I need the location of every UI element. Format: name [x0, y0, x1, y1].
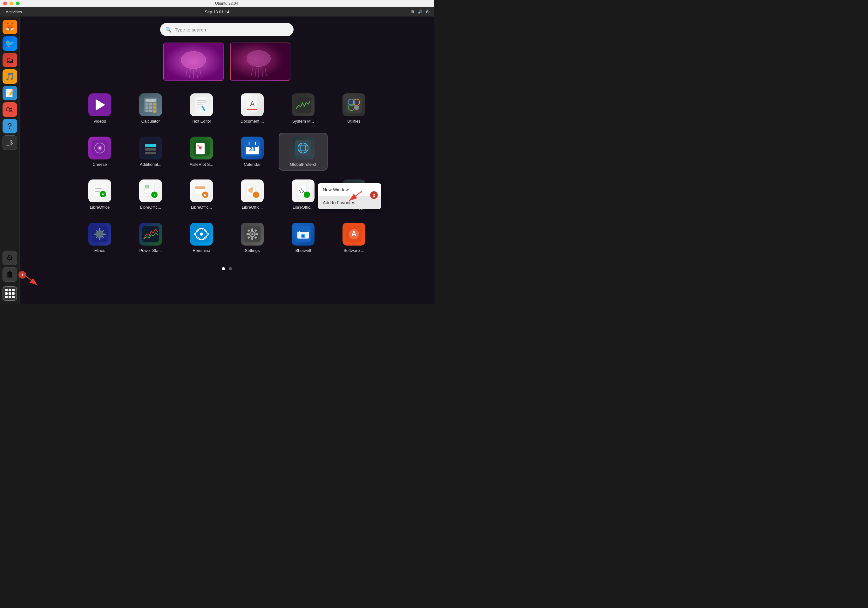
svg-rect-113 — [143, 226, 159, 242]
app-icon-calendar: 28 — [241, 136, 264, 159]
libreoffice-calc-icon-svg: # — [143, 183, 159, 199]
close-button[interactable] — [3, 2, 7, 5]
dock-item-firefox[interactable]: 🦊 — [3, 20, 17, 34]
app-item-shotwell[interactable]: Shotwell — [279, 220, 327, 256]
settings-icon-svg — [244, 226, 260, 242]
shotwell-icon-svg — [295, 226, 312, 242]
dock-item-rhythmbox[interactable]: 🎵 — [3, 69, 17, 84]
app-item-powerstats[interactable]: Power Sta... — [127, 220, 174, 256]
powerstats-icon-svg — [143, 226, 159, 242]
app-icon-texteditor — [190, 93, 213, 116]
dock-item-trash[interactable]: 🗑 — [3, 267, 17, 282]
svg-rect-18 — [149, 103, 152, 105]
app-item-videos[interactable]: Videos — [76, 90, 124, 127]
app-label-globalprotect: GlobalProte-ct — [290, 162, 316, 167]
dock-item-help[interactable]: ? — [3, 119, 17, 133]
app-item-aisleriots[interactable]: ♥ A AisleRiot S... — [178, 133, 225, 170]
svg-text:√x: √x — [299, 188, 305, 194]
jellyfish-svg-1 — [164, 43, 223, 81]
search-bar[interactable]: 🔍 — [160, 23, 294, 36]
app-item-settings[interactable]: Settings — [228, 220, 276, 256]
svg-point-117 — [200, 232, 203, 236]
app-item-libreoffice-writer2[interactable]: LibreOffic... — [228, 176, 276, 213]
dock-item-appstore[interactable]: 🛍 — [3, 102, 17, 117]
search-input[interactable] — [175, 27, 288, 32]
app-label-sysmon: System M... — [292, 119, 314, 124]
app-item-remmina[interactable]: Remmina — [178, 220, 225, 256]
context-menu-new-window[interactable]: New Window — [318, 183, 381, 196]
dot — [12, 296, 15, 298]
app-item-cheese[interactable]: Cheese — [76, 133, 124, 170]
app-item-libreoffice-calc[interactable]: # LibreOffic... — [127, 176, 174, 213]
libreoffice-impress-icon-svg: ▶ — [193, 183, 210, 199]
app-icon-powerstats — [139, 223, 162, 246]
search-icon: 🔍 — [165, 27, 172, 33]
svg-point-8 — [247, 51, 270, 67]
app-item-sysmon[interactable]: System M... — [279, 90, 327, 127]
svg-rect-17 — [146, 103, 148, 105]
svg-rect-124 — [256, 233, 258, 235]
app-icon-utilities — [343, 93, 365, 116]
dock-item-thunderbird[interactable]: 🐦 — [3, 36, 17, 51]
svg-rect-122 — [251, 237, 253, 240]
svg-point-96 — [304, 192, 310, 198]
app-icon-additional — [139, 136, 162, 159]
page-dot-2[interactable] — [229, 267, 232, 270]
svg-rect-20 — [146, 107, 148, 109]
app-icon-libreoffice-math: √x — [291, 179, 315, 202]
app-item-libreoffice-impress[interactable]: ▶ LibreOffic... — [178, 176, 225, 213]
maximize-button[interactable] — [16, 2, 20, 5]
main-content: 🦊 🐦 🗂 🎵 📝 🛍 ? _$ ⚙ 🗑 — [0, 17, 434, 304]
dock-item-writer[interactable]: 📝 — [3, 86, 17, 101]
app-item-additional[interactable]: Additional... — [127, 133, 174, 170]
dot — [12, 289, 15, 291]
svg-text:A: A — [197, 144, 199, 147]
svg-text:÷: ÷ — [150, 99, 152, 102]
svg-point-92 — [253, 192, 259, 198]
svg-rect-23 — [146, 110, 148, 112]
page-dot-1[interactable] — [222, 267, 225, 270]
app-item-globalprotect[interactable]: GlobalProte-ct — [279, 133, 327, 170]
dock-item-terminal[interactable]: _$ — [3, 135, 17, 150]
software-icon-svg: A — [346, 226, 362, 242]
svg-point-41 — [354, 105, 359, 110]
mines-icon-svg — [91, 226, 108, 242]
app-item-texteditor[interactable]: Text Editor — [178, 90, 225, 127]
app-item-libreoffice[interactable]: ★ LibreOffice — [76, 176, 124, 213]
app-item-calculator[interactable]: ÷ Calculator — [127, 90, 174, 127]
app-icon-libreoffice-impress: ▶ — [190, 179, 213, 202]
dot — [5, 292, 8, 295]
app-item-utilities[interactable]: Utilities — [330, 90, 378, 127]
app-item-document[interactable]: A Document ... — [228, 90, 276, 127]
app-item-calendar[interactable]: 28 Calendar — [228, 133, 276, 170]
activities-button[interactable]: Activities — [4, 9, 24, 15]
app-icon-software: A — [343, 223, 365, 246]
show-applications-button[interactable] — [3, 286, 17, 301]
app-label-settings: Settings — [245, 248, 260, 253]
volume-icon[interactable]: 🔊 — [417, 9, 423, 14]
svg-rect-49 — [145, 152, 156, 155]
power-icon[interactable]: ⏻ — [425, 9, 430, 14]
window-thumbnail-1[interactable] — [163, 43, 224, 81]
svg-rect-36 — [295, 97, 312, 113]
texteditor-icon-svg — [194, 97, 209, 113]
svg-text:A: A — [250, 100, 255, 108]
dock-item-settings[interactable]: ⚙ — [3, 251, 17, 265]
topbar: Activities Sep 13 01:14 ⊞ 🔊 ⏻ — [0, 7, 434, 17]
context-menu-add-to-favorites[interactable]: Add to Favorites — [318, 196, 381, 209]
app-label-remmina: Remmina — [192, 248, 210, 253]
app-item-software[interactable]: A Software ... — [330, 220, 378, 256]
dock-item-files[interactable]: 🗂 — [3, 53, 17, 67]
app-label-utilities: Utilities — [347, 119, 361, 124]
window-thumbnail-2[interactable] — [230, 43, 290, 81]
app-item-mines[interactable]: Mines — [76, 220, 124, 256]
utilities-icon-svg — [346, 97, 362, 113]
network-icon[interactable]: ⊞ — [410, 9, 415, 14]
app-icon-videos — [88, 93, 111, 116]
calculator-icon-svg: ÷ — [144, 97, 158, 113]
topbar-datetime: Sep 13 01:14 — [205, 9, 229, 14]
app-icon-globalprotect — [291, 136, 315, 159]
minimize-button[interactable] — [9, 2, 13, 5]
app-icon-libreoffice-writer2 — [241, 179, 264, 202]
cheese-icon-svg — [91, 140, 108, 156]
